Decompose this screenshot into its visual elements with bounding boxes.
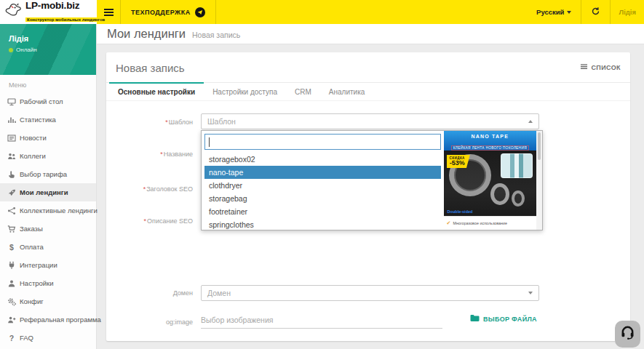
template-options-list: storagebox02nano-tapeclothdryerstorageba… xyxy=(204,153,441,231)
field-label-seo-title: Заголовок SEO xyxy=(106,185,193,193)
language-selector[interactable]: Русский xyxy=(527,0,581,24)
domain-select[interactable]: Домен xyxy=(201,285,539,301)
user-icon xyxy=(7,279,20,288)
sidebar-menu: Рабочий стол Статистика Новости Коллеги … xyxy=(0,92,96,347)
sidebar-item-users[interactable]: Коллеги xyxy=(0,147,96,165)
breadcrumb: Мои лендинги Новая запись xyxy=(97,24,644,44)
list-button-label: СПИСОК xyxy=(591,64,621,71)
profile-status-label: Онлайн xyxy=(16,47,37,53)
users-icon xyxy=(7,152,20,161)
user-plus-icon xyxy=(7,316,20,324)
sidebar-item-plug[interactable]: Интеграции xyxy=(0,256,96,274)
sidebar-item-news[interactable]: Новости xyxy=(0,129,96,147)
preview-title: NANO TAPE xyxy=(444,131,536,139)
stats-icon xyxy=(7,116,20,124)
template-option-storagebox02[interactable]: storagebox02 xyxy=(204,153,441,166)
chevron-up-icon xyxy=(528,120,533,123)
sidebar: Лідія Онлайн Меню Рабочий стол Статистик… xyxy=(0,24,97,349)
template-option-nano-tape[interactable]: nano-tape xyxy=(204,166,441,179)
preview-feature-text: Многоразовое использование xyxy=(453,221,507,225)
list-icon xyxy=(580,63,588,72)
dropdown-scrollbar[interactable] xyxy=(536,131,542,230)
sidebar-item-user[interactable]: Настройки xyxy=(0,274,96,292)
telegram-icon xyxy=(195,7,205,17)
sidebar-item-label: Интеграции xyxy=(20,261,57,269)
chevron-down-icon xyxy=(567,11,571,14)
question-icon: ? xyxy=(7,334,20,342)
sidebar-item-cart[interactable]: Заказы xyxy=(0,220,96,238)
cart-icon xyxy=(7,225,20,233)
check-icon: ✔ xyxy=(447,220,451,226)
main-area: Мои лендинги Новая запись Новая запись С… xyxy=(97,24,644,349)
folder-icon xyxy=(470,314,480,324)
list-button[interactable]: СПИСОК xyxy=(580,62,621,72)
tab-2[interactable]: CRM xyxy=(286,83,320,100)
support-button[interactable]: ТЕХПОДДЕРЖКА xyxy=(121,0,215,24)
sidebar-item-label: Выбор тарифа xyxy=(20,170,67,178)
template-option-storagebag[interactable]: storagebag xyxy=(204,192,441,205)
refresh-button[interactable] xyxy=(581,0,610,24)
preview-inset-photo xyxy=(501,153,533,178)
tape-roll-graphic xyxy=(512,190,525,206)
topbar: ТЕХПОДДЕРЖКА Русский Лідія xyxy=(97,0,644,24)
sidebar-item-rocket[interactable]: Мои лендинги xyxy=(0,183,96,201)
dollar-icon: $ xyxy=(7,243,20,252)
og-image-input[interactable] xyxy=(201,311,442,329)
sidebar-item-desktop[interactable]: Рабочий стол xyxy=(0,92,96,111)
breadcrumb-subtitle: Новая запись xyxy=(192,31,240,39)
dog-logo-icon xyxy=(4,3,22,22)
template-select[interactable]: Шаблон xyxy=(201,113,539,129)
sidebar-item-label: Статистика xyxy=(20,116,56,124)
rocket-icon xyxy=(7,188,20,197)
sidebar-item-gears[interactable]: Конфиг xyxy=(0,292,96,310)
sidebar-item-label: Коллеги xyxy=(20,152,46,160)
support-chat-widget[interactable] xyxy=(615,321,640,348)
sidebar-item-label: Конфиг xyxy=(20,297,44,305)
news-icon xyxy=(7,134,20,143)
sidebar-item-label: FAQ xyxy=(20,334,33,342)
tab-bar: Основные настройкиНастройки доступаCRMАн… xyxy=(106,82,630,101)
online-status-icon xyxy=(9,48,13,52)
headset-icon xyxy=(620,325,635,343)
tab-1[interactable]: Настройки доступа xyxy=(204,83,286,100)
chevron-down-icon xyxy=(528,292,533,294)
sidebar-item-user-plus[interactable]: Реферальная программа xyxy=(0,310,96,329)
template-option-footretainer[interactable]: footretainer xyxy=(204,205,441,218)
sidebar-item-hand[interactable]: Выбор тарифа xyxy=(0,165,96,183)
template-option-springclothes[interactable]: springclothes xyxy=(204,218,441,231)
sidebar-item-label: Новости xyxy=(20,134,47,142)
template-preview-image: NANO TAPE КЛЕЙКАЯ ЛЕНТА НОВОГО ПОКОЛЕНИЯ… xyxy=(444,131,536,216)
text-cursor xyxy=(209,137,210,147)
tab-0[interactable]: Основные настройки xyxy=(109,83,204,100)
refresh-icon xyxy=(591,6,600,19)
new-record-card: Новая запись СПИСОК Основные настройкиНа… xyxy=(106,52,630,341)
sidebar-item-label: Мои лендинги xyxy=(20,188,68,196)
template-option-clothdryer[interactable]: clothdryer xyxy=(204,179,441,192)
app-root: LP-mobi.biz Конструктор мобильных лендин… xyxy=(0,0,644,349)
template-select-placeholder: Шаблон xyxy=(207,117,236,126)
logo[interactable]: LP-mobi.biz Конструктор мобильных лендин… xyxy=(0,0,97,24)
sidebar-item-label: Рабочий стол xyxy=(20,97,63,105)
topbar-username[interactable]: Лідія xyxy=(611,8,644,16)
preview-caption: Double-sided xyxy=(448,209,473,214)
logo-tagline: Конструктор мобильных лендингов xyxy=(25,17,106,22)
profile-name: Лідія xyxy=(9,34,87,43)
sidebar-item-stats[interactable]: Статистика xyxy=(0,111,96,129)
scrollbar-thumb[interactable] xyxy=(538,132,541,160)
desktop-icon xyxy=(7,97,20,106)
template-search-input[interactable] xyxy=(205,135,440,149)
page-title: Мои лендинги xyxy=(107,27,186,41)
profile-panel: Лідія Онлайн xyxy=(0,24,96,75)
tab-3[interactable]: Аналитика xyxy=(320,83,374,100)
plug-icon xyxy=(7,261,20,270)
sidebar-item-dollar[interactable]: $ Оплата xyxy=(0,238,96,256)
sidebar-item-share[interactable]: Коллективные лендинги xyxy=(0,201,96,220)
sidebar-item-question[interactable]: ? FAQ xyxy=(0,329,96,347)
topbar-divider xyxy=(215,0,216,24)
logo-title: LP-mobi.biz xyxy=(25,1,106,11)
sidebar-item-label: Оплата xyxy=(20,243,44,251)
preview-subtitle: КЛЕЙКАЯ ЛЕНТА НОВОГО ПОКОЛЕНИЯ xyxy=(451,145,529,151)
choose-file-button[interactable]: ВЫБОР ФАЙЛА xyxy=(470,314,537,324)
menu-caption: Меню xyxy=(0,75,96,92)
field-label-seo-description: Описание SEO xyxy=(106,217,193,225)
